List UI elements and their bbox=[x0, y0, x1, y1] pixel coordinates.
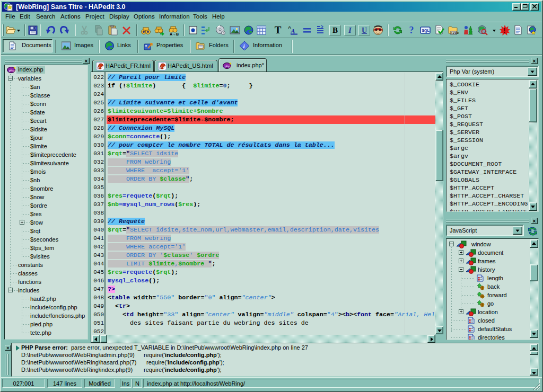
svg-text:php: php bbox=[224, 65, 230, 68]
svg-text:php: php bbox=[8, 69, 14, 72]
svg-text:10101: 10101 bbox=[451, 31, 459, 35]
svg-text:SQL: SQL bbox=[422, 29, 430, 33]
svg-text:A→B: A→B bbox=[170, 32, 179, 36]
svg-text:!: ! bbox=[504, 27, 506, 34]
